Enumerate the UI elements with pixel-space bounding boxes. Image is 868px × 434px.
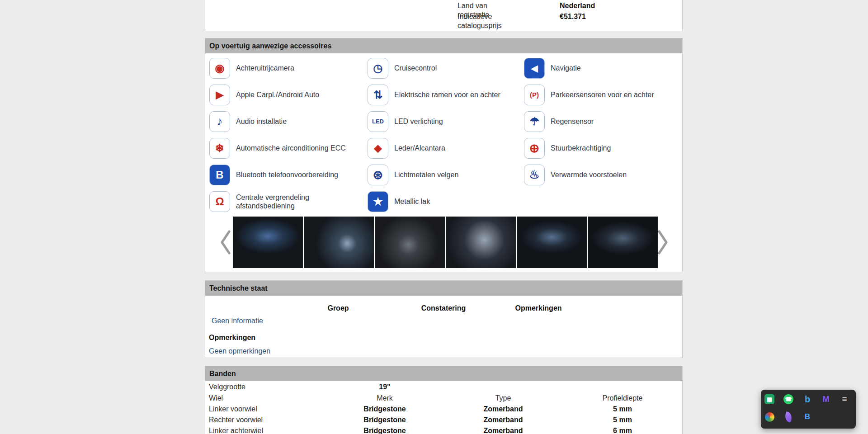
accessory-item: ♪ Audio installatie bbox=[209, 108, 349, 135]
accessory-item: B Bluetooth telefoonvoorbereiding bbox=[209, 161, 349, 188]
column-header-constatering: Constatering bbox=[421, 304, 466, 312]
technical-condition-panel: Technische staat Groep Constatering Opme… bbox=[205, 280, 683, 358]
bluetooth-glyph: B bbox=[805, 412, 810, 421]
task-list-icon[interactable]: ≡ bbox=[839, 393, 850, 405]
m-glyph: M bbox=[823, 395, 830, 404]
carousel-photo[interactable] bbox=[446, 217, 516, 268]
feather-glyph bbox=[783, 411, 793, 423]
carousel-photo[interactable] bbox=[375, 217, 445, 268]
carplay-icon: ▶ bbox=[209, 85, 230, 105]
accessory-item: ▶ Apple Carpl./Android Auto bbox=[209, 81, 349, 108]
column-header-groep: Groep bbox=[327, 304, 349, 312]
accessory-item: ◷ Cruisecontrol bbox=[368, 55, 500, 81]
system-tray-flyout: ▦ ☎ b M ≡ B bbox=[761, 390, 856, 429]
phone-glyph: ☎ bbox=[783, 394, 793, 404]
climate-control-icon: ❄ bbox=[209, 138, 230, 159]
bluetooth-icon: B bbox=[209, 165, 230, 185]
accessory-item: ◀ Navigatie bbox=[524, 55, 654, 81]
bluetooth-icon[interactable]: B bbox=[802, 411, 813, 423]
remarks-heading: Opmerkingen bbox=[209, 334, 255, 342]
power-steering-icon: ⊕ bbox=[524, 138, 545, 159]
accessory-label: Navigatie bbox=[551, 64, 581, 72]
accessory-label: Metallic lak bbox=[394, 197, 430, 206]
cruise-control-icon: ◷ bbox=[368, 58, 388, 79]
accessory-item: (P) Parkeersensoren voor en achter bbox=[524, 81, 654, 108]
carousel-photo[interactable] bbox=[304, 217, 374, 268]
heated-seats-icon: ♨ bbox=[524, 165, 545, 185]
accessory-item: ◆ Leder/Alcantara bbox=[368, 135, 500, 161]
registration-panel: Land van registratie Nederland Indicatie… bbox=[205, 0, 683, 31]
carousel-photo[interactable] bbox=[588, 217, 658, 268]
audio-icon: ♪ bbox=[209, 111, 230, 132]
accessories-column-3: ◀ Navigatie (P) Parkeersensoren voor en … bbox=[524, 55, 654, 188]
accessories-panel: Op voertuig aanwezige accessoires ◉ Acht… bbox=[205, 38, 683, 272]
technical-condition-header: Technische staat bbox=[205, 281, 682, 296]
accessory-label: Automatische airconditioning ECC bbox=[236, 144, 346, 152]
tire-row-rear-left: Linker achterwiel Bridgestone Zomerband … bbox=[205, 427, 682, 434]
accessory-item: ❄ Automatische airconditioning ECC bbox=[209, 135, 349, 161]
green-app-icon[interactable]: ▦ bbox=[764, 393, 775, 405]
accessory-label: LED verlichting bbox=[394, 117, 443, 126]
column-header-merk: Merk bbox=[377, 394, 393, 402]
tire-table-header-row: Wiel Merk Type Profieldiepte bbox=[205, 394, 682, 402]
tire-type: Zomerband bbox=[483, 405, 523, 413]
accessories-column-1: ◉ Achteruitrijcamera ▶ Apple Carpl./Andr… bbox=[209, 55, 349, 215]
tire-brand: Bridgestone bbox=[363, 405, 406, 413]
central-locking-icon: Ω bbox=[209, 191, 230, 212]
accessories-column-2: ◷ Cruisecontrol ⇅ Elektrische ramen voor… bbox=[368, 55, 500, 215]
whatsapp-icon[interactable]: ☎ bbox=[783, 393, 794, 405]
accessory-label: Verwarmde voorstoelen bbox=[551, 170, 627, 179]
wheel-name: Linker achterwiel bbox=[209, 427, 263, 434]
tire-row-front-left: Linker voorwiel Bridgestone Zomerband 5 … bbox=[205, 405, 682, 413]
carousel-photo[interactable] bbox=[233, 217, 303, 268]
bing-glyph: b bbox=[805, 394, 810, 405]
accessory-label: Centrale vergrendeling afstandsbediening bbox=[236, 193, 349, 210]
accessory-item: Ω Centrale vergrendeling afstandsbedieni… bbox=[209, 188, 349, 215]
tires-header: Banden bbox=[205, 366, 682, 381]
photos-icon[interactable] bbox=[764, 411, 775, 423]
accessory-label: Lichtmetalen velgen bbox=[394, 170, 458, 179]
accessory-item: ★ Metallic lak bbox=[368, 188, 500, 215]
tire-brand: Bridgestone bbox=[363, 427, 406, 434]
tire-type: Zomerband bbox=[483, 427, 523, 434]
m-app-icon[interactable]: M bbox=[820, 393, 832, 405]
accessory-label: Achteruitrijcamera bbox=[236, 64, 294, 72]
tires-panel: Banden Velggrootte 19" Wiel Merk Type Pr… bbox=[205, 366, 683, 434]
photo-carousel bbox=[205, 217, 682, 268]
tire-depth: 5 mm bbox=[613, 416, 632, 424]
feather-pen-icon[interactable] bbox=[783, 411, 794, 423]
carousel-photo[interactable] bbox=[517, 217, 587, 268]
column-header-wiel: Wiel bbox=[209, 394, 223, 402]
tire-row-front-right: Rechter voorwiel Bridgestone Zomerband 5… bbox=[205, 416, 682, 424]
column-header-profieldiepte: Profieldiepte bbox=[603, 394, 643, 402]
tire-type: Zomerband bbox=[483, 416, 523, 424]
accessory-item: ◉ Achteruitrijcamera bbox=[209, 55, 349, 81]
navigation-icon: ◀ bbox=[524, 58, 545, 79]
tire-brand: Bridgestone bbox=[363, 416, 406, 424]
carousel-thumbnails bbox=[205, 217, 682, 268]
accessory-label: Elektrische ramen voor en achter bbox=[394, 90, 500, 99]
grid-glyph: ▦ bbox=[764, 394, 774, 404]
tire-depth: 6 mm bbox=[613, 427, 632, 434]
wheel-name: Rechter voorwiel bbox=[209, 416, 263, 424]
alloy-wheels-icon: ⊛ bbox=[368, 165, 388, 185]
rim-size-value: 19" bbox=[379, 383, 390, 391]
list-glyph: ≡ bbox=[842, 394, 847, 404]
catalog-price-value: €51.371 bbox=[560, 12, 586, 21]
no-remarks-text: Geen opmerkingen bbox=[209, 347, 270, 355]
accessory-item: ⊛ Lichtmetalen velgen bbox=[368, 161, 500, 188]
accessory-label: Leder/Alcantara bbox=[394, 144, 445, 152]
catalog-price-label: Indicatieve catalogusprijs bbox=[458, 12, 502, 30]
column-header-type: Type bbox=[495, 394, 511, 402]
accessory-item: ⊕ Stuurbekrachtiging bbox=[524, 135, 654, 161]
accessories-header: Op voertuig aanwezige accessoires bbox=[205, 38, 682, 53]
carousel-next-button[interactable] bbox=[657, 230, 669, 255]
rear-camera-icon: ◉ bbox=[209, 58, 230, 79]
tire-depth: 5 mm bbox=[613, 405, 632, 413]
bing-icon[interactable]: b bbox=[802, 393, 813, 405]
electric-windows-icon: ⇅ bbox=[368, 85, 388, 105]
accessory-label: Stuurbekrachtiging bbox=[551, 144, 611, 152]
accessory-label: Cruisecontrol bbox=[394, 64, 437, 72]
metallic-paint-icon: ★ bbox=[368, 191, 388, 212]
accessory-label: Bluetooth telefoonvoorbereiding bbox=[236, 170, 338, 179]
